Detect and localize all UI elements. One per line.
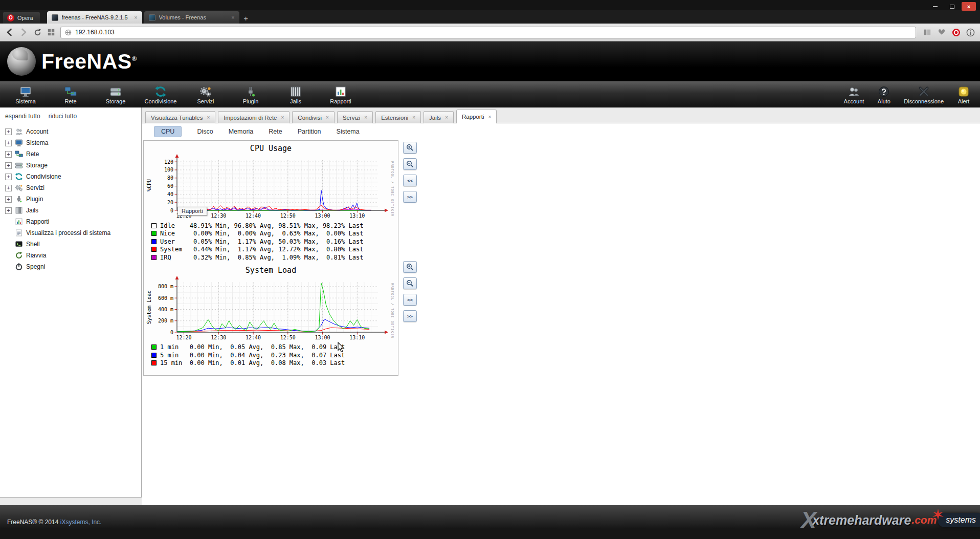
expand-icon[interactable]: + bbox=[5, 140, 12, 146]
expand-icon[interactable]: + bbox=[5, 162, 12, 169]
toolbar-plugin[interactable]: Plugin bbox=[228, 82, 273, 107]
toolbar-rete[interactable]: Rete bbox=[48, 82, 93, 107]
sidebar-item-rete[interactable]: +Rete bbox=[5, 148, 141, 160]
expand-icon[interactable]: + bbox=[5, 185, 12, 191]
collapse-all-link[interactable]: riduci tutto bbox=[49, 113, 77, 120]
back-button[interactable] bbox=[5, 28, 14, 37]
close-button[interactable]: × bbox=[962, 2, 976, 11]
zoom-out-button[interactable] bbox=[403, 277, 417, 289]
svg-text:RRDTOOL / TOBI OETIKER: RRDTOOL / TOBI OETIKER bbox=[390, 161, 394, 217]
maximize-button[interactable] bbox=[945, 2, 959, 11]
toolbar-label: Sistema bbox=[15, 98, 36, 104]
tab-close-icon[interactable]: × bbox=[364, 115, 367, 120]
browser-tab-volumes[interactable]: Volumes - Freenas × bbox=[144, 11, 239, 24]
panels-icon[interactable] bbox=[923, 28, 932, 37]
toolbar-storage[interactable]: Storage bbox=[93, 82, 138, 107]
ixsystems-link[interactable]: iXsystems, Inc. bbox=[60, 519, 102, 526]
scroll-forward-button[interactable]: >> bbox=[403, 191, 417, 203]
tab-close-icon[interactable]: × bbox=[412, 115, 415, 120]
sidebar-item-sistema[interactable]: +Sistema bbox=[5, 137, 141, 148]
sidebar-item-condivisione[interactable]: +Condivisione bbox=[5, 171, 141, 182]
sidebar-item-storage[interactable]: +Storage bbox=[5, 160, 141, 171]
tab-estensioni[interactable]: Estensioni× bbox=[375, 111, 421, 123]
toolbar-condivisione[interactable]: Condivisione bbox=[138, 82, 183, 107]
scroll-back-button[interactable]: << bbox=[403, 175, 417, 186]
new-tab-button[interactable]: + bbox=[239, 12, 253, 24]
tab-rapporti[interactable]: Rapporti× bbox=[456, 110, 497, 123]
tab-close-icon[interactable]: × bbox=[445, 115, 448, 120]
tab-partition[interactable]: Partition bbox=[298, 128, 321, 135]
sidebar-item-servizi[interactable]: +Servizi bbox=[5, 182, 141, 193]
tab-jails[interactable]: Jails× bbox=[424, 111, 454, 123]
toolbar-disconnessione[interactable]: Disconnessione bbox=[897, 82, 950, 107]
legend-text: Idle 48.91% Min, 96.80% Avg, 98.51% Max,… bbox=[160, 222, 363, 229]
forward-button[interactable] bbox=[19, 28, 28, 37]
tab-close-icon[interactable]: × bbox=[326, 115, 329, 120]
opera-turbo-icon[interactable] bbox=[951, 28, 961, 37]
sidebar-item-account[interactable]: +Account bbox=[5, 126, 141, 137]
tab-sistema[interactable]: Sistema bbox=[337, 128, 360, 135]
svg-text:13:00: 13:00 bbox=[315, 213, 330, 219]
zoom-out-button[interactable] bbox=[403, 158, 417, 170]
tab-close-icon[interactable]: × bbox=[134, 14, 137, 20]
toolbar-jails[interactable]: Jails bbox=[273, 82, 318, 107]
toolbar-account[interactable]: Account bbox=[837, 82, 871, 107]
sidebar-item-label: Rapporti bbox=[26, 218, 49, 225]
svg-text:600 m: 600 m bbox=[158, 295, 173, 300]
scroll-back-button[interactable]: << bbox=[403, 294, 417, 306]
tab-cpu[interactable]: CPU bbox=[154, 126, 182, 137]
zoom-in-button[interactable] bbox=[403, 261, 417, 273]
sidebar-item-processi[interactable]: Visualizza i processi di sistema bbox=[5, 227, 141, 239]
address-field[interactable]: 192.168.0.103 bbox=[60, 27, 916, 38]
toolbar-aiuto[interactable]: Aiuto bbox=[871, 82, 897, 107]
tab-visualizza-tunables[interactable]: Visualizza Tunables× bbox=[145, 111, 215, 123]
toolbar-rapporti[interactable]: Rapporti bbox=[318, 82, 363, 107]
tab-rete[interactable]: Rete bbox=[269, 128, 282, 135]
legend-row: Idle 48.91% Min, 96.80% Avg, 98.51% Max,… bbox=[151, 222, 396, 230]
info-icon[interactable] bbox=[966, 28, 975, 37]
tab-close-icon[interactable]: × bbox=[231, 14, 234, 20]
browser-tabstrip: O Opera freenas - FreeNAS-9.2.1.5 × Volu… bbox=[0, 10, 980, 24]
tab-memoria[interactable]: Memoria bbox=[229, 128, 254, 135]
browser-tab-freenas[interactable]: freenas - FreeNAS-9.2.1.5 × bbox=[47, 11, 142, 24]
tab-disco[interactable]: Disco bbox=[197, 128, 213, 135]
svg-text:400 m: 400 m bbox=[158, 306, 173, 312]
scroll-forward-button[interactable]: >> bbox=[403, 310, 417, 322]
sidebar-item-riavvia[interactable]: Riavvia bbox=[5, 250, 141, 261]
sidebar-item-label: Shell bbox=[26, 241, 40, 248]
svg-text:12:30: 12:30 bbox=[211, 335, 226, 340]
minimize-button[interactable] bbox=[928, 2, 942, 11]
system-load-chart: 0200 m400 m600 m800 m12:2012:3012:4012:5… bbox=[145, 276, 396, 343]
expand-icon[interactable]: + bbox=[5, 196, 12, 203]
legend-text: 5 min 0.00 Min, 0.04 Avg, 0.23 Max, 0.07… bbox=[160, 352, 345, 359]
tab-condivisi[interactable]: Condivisi× bbox=[292, 111, 335, 123]
tab-close-icon[interactable]: × bbox=[207, 115, 210, 120]
sidebar-item-spegni[interactable]: Spegni bbox=[5, 261, 141, 272]
sidebar-item-plugin[interactable]: +Plugin bbox=[5, 193, 141, 205]
toolbar-servizi[interactable]: Servizi bbox=[183, 82, 228, 107]
sidebar-item-jails[interactable]: +Jails bbox=[5, 205, 141, 216]
window-controls: × bbox=[928, 2, 976, 11]
speed-dial-icon[interactable] bbox=[47, 28, 56, 37]
svg-text:RRDTOOL / TOBI OETIKER: RRDTOOL / TOBI OETIKER bbox=[390, 283, 394, 338]
sidebar-item-shell[interactable]: Shell bbox=[5, 239, 141, 250]
expand-icon[interactable]: + bbox=[5, 151, 12, 158]
heart-icon[interactable] bbox=[937, 28, 946, 37]
services-icon bbox=[199, 85, 212, 98]
reload-button[interactable] bbox=[33, 28, 42, 37]
zoom-in-button[interactable] bbox=[403, 142, 417, 154]
toolbar-alert[interactable]: Alert bbox=[950, 82, 977, 107]
legend-swatch bbox=[151, 360, 157, 365]
tab-close-icon[interactable]: × bbox=[488, 114, 491, 120]
tab-impostazioni-di-rete[interactable]: Impostazioni di Rete× bbox=[218, 111, 289, 123]
sidebar-item-rapporti[interactable]: Rapporti bbox=[5, 216, 141, 227]
tab-servizi[interactable]: Servizi× bbox=[337, 111, 373, 123]
expand-icon[interactable]: + bbox=[5, 128, 12, 135]
toolbar-sistema[interactable]: Sistema bbox=[3, 82, 48, 107]
opera-menu-button[interactable]: O Opera bbox=[3, 12, 40, 24]
tab-close-icon[interactable]: × bbox=[281, 115, 284, 120]
expand-icon[interactable]: + bbox=[5, 174, 12, 180]
system-icon bbox=[19, 85, 32, 98]
expand-all-link[interactable]: espandi tutto bbox=[5, 113, 40, 120]
expand-icon[interactable]: + bbox=[5, 207, 12, 214]
